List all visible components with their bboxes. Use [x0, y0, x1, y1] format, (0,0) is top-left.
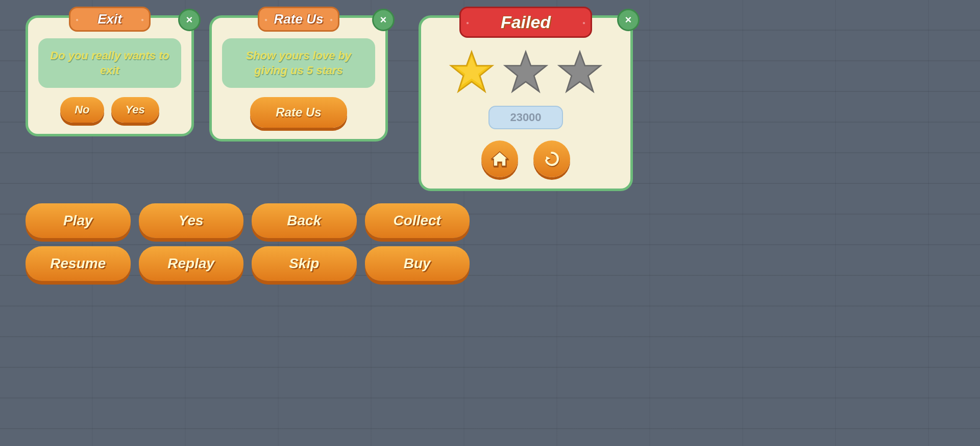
back-button[interactable]: Back: [252, 203, 357, 238]
star-1: [449, 50, 495, 96]
rate-us-button[interactable]: Rate Us: [250, 97, 347, 128]
exit-close-icon: ×: [186, 14, 193, 26]
rate-close-icon: ×: [380, 14, 387, 26]
home-button[interactable]: [481, 140, 518, 177]
rate-message: Show yours love by giving us 5 stars: [231, 49, 366, 78]
exit-buttons: No Yes: [38, 97, 181, 123]
exit-message-box: Do you really wants to exit: [38, 38, 181, 88]
replay-button[interactable]: [533, 140, 570, 177]
exit-yes-button[interactable]: Yes: [111, 97, 159, 123]
replay-label: Replay: [167, 255, 214, 271]
svg-marker-2: [505, 52, 547, 91]
rate-panel: Rate Us × Show yours love by giving us 5…: [209, 15, 388, 142]
star-3: [557, 50, 603, 96]
buy-label: Buy: [404, 255, 431, 271]
score-box: 23000: [488, 106, 562, 129]
svg-marker-3: [559, 52, 601, 91]
failed-panel: Failed ×: [419, 15, 633, 191]
main-container: Exit × Do you really wants to exit No Ye…: [26, 15, 633, 281]
collect-label: Collect: [394, 213, 441, 228]
yes-button[interactable]: Yes: [139, 203, 244, 238]
stars-row: [431, 50, 620, 96]
panels-row: Exit × Do you really wants to exit No Ye…: [26, 15, 633, 191]
failed-title: Failed: [501, 12, 551, 32]
icon-buttons-row: [431, 140, 620, 177]
bottom-buttons-grid: Play Yes Back Collect Resume Replay Skip…: [26, 203, 470, 281]
score-value: 23000: [510, 111, 541, 124]
collect-button[interactable]: Collect: [365, 203, 470, 238]
rate-message-box: Show yours love by giving us 5 stars: [222, 38, 375, 88]
failed-title-bar: Failed: [459, 7, 592, 38]
rate-button-container: Rate Us: [222, 97, 375, 128]
exit-title: Exit: [97, 11, 122, 27]
exit-panel: Exit × Do you really wants to exit No Ye…: [26, 15, 194, 136]
star-2: [503, 50, 549, 96]
failed-close-button[interactable]: ×: [617, 9, 640, 31]
yes-label: Yes: [179, 213, 204, 228]
failed-close-icon: ×: [625, 14, 632, 26]
replay-bottom-button[interactable]: Replay: [139, 246, 244, 281]
exit-close-button[interactable]: ×: [178, 9, 201, 31]
skip-button[interactable]: Skip: [252, 246, 357, 281]
play-label: Play: [63, 213, 93, 228]
skip-label: Skip: [289, 255, 319, 271]
resume-label: Resume: [50, 255, 106, 271]
rate-close-button[interactable]: ×: [372, 9, 395, 31]
rate-title-bar: Rate Us: [258, 7, 339, 32]
play-button[interactable]: Play: [26, 203, 131, 238]
exit-title-bar: Exit: [69, 7, 151, 32]
exit-message: Do you really wants to exit: [47, 49, 172, 78]
buy-button[interactable]: Buy: [365, 246, 470, 281]
rate-title: Rate Us: [274, 11, 324, 27]
svg-marker-4: [546, 156, 550, 160]
resume-button[interactable]: Resume: [26, 246, 131, 281]
back-label: Back: [287, 213, 321, 228]
exit-no-button[interactable]: No: [60, 97, 104, 123]
